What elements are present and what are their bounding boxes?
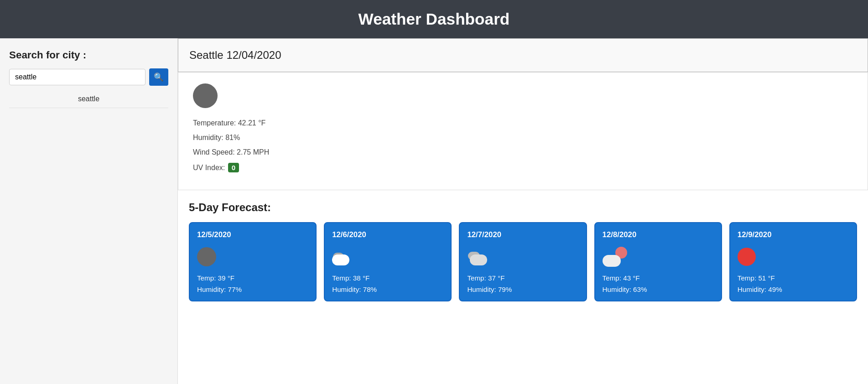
temperature-detail: Temperature: 42.21 °F — [193, 119, 853, 127]
forecast-card-temp: Temp: 37 °F — [467, 274, 578, 282]
forecast-card-temp: Temp: 43 °F — [603, 274, 714, 282]
forecast-card: 12/7/2020Temp: 37 °FHumidity: 79% — [459, 222, 587, 301]
forecast-card-humidity: Humidity: 49% — [738, 285, 849, 293]
search-result-item[interactable]: seattle — [9, 90, 168, 108]
page-header: Weather Dashboard — [0, 0, 868, 38]
search-row: 🔍 — [9, 68, 168, 86]
forecast-card-date: 12/6/2020 — [332, 230, 443, 239]
forecast-card-humidity: Humidity: 63% — [603, 285, 714, 293]
main-layout: Search for city : 🔍 seattle Seattle 12/0… — [0, 38, 868, 384]
forecast-card: 12/8/2020Temp: 43 °FHumidity: 63% — [594, 222, 722, 301]
sidebar: Search for city : 🔍 seattle — [0, 38, 178, 384]
uv-index-detail: UV Index: 0 — [193, 163, 853, 172]
content-area: Seattle 12/04/2020 Temperature: 42.21 °F… — [178, 38, 868, 384]
forecast-card-icon — [332, 246, 443, 268]
forecast-title: 5-Day Forecast: — [189, 201, 857, 214]
forecast-card-temp: Temp: 39 °F — [197, 274, 308, 282]
forecast-card-icon — [197, 246, 308, 268]
forecast-card-humidity: Humidity: 77% — [197, 285, 308, 293]
forecast-card-date: 12/8/2020 — [603, 230, 714, 239]
search-label: Search for city : — [9, 49, 168, 61]
forecast-card: 12/5/2020Temp: 39 °FHumidity: 77% — [189, 222, 317, 301]
wind-speed-detail: Wind Speed: 2.75 MPH — [193, 148, 853, 156]
search-input[interactable] — [9, 69, 146, 85]
forecast-card-icon — [603, 246, 714, 268]
humidity-detail: Humidity: 81% — [193, 134, 853, 142]
current-weather-section: Temperature: 42.21 °F Humidity: 81% Wind… — [178, 72, 868, 190]
page-title: Weather Dashboard — [359, 10, 510, 28]
uv-badge: 0 — [228, 163, 239, 172]
forecast-card-temp: Temp: 51 °F — [738, 274, 849, 282]
forecast-card-icon — [467, 246, 578, 268]
search-button[interactable]: 🔍 — [149, 68, 168, 86]
forecast-cards: 12/5/2020Temp: 39 °FHumidity: 77%12/6/20… — [189, 222, 857, 301]
forecast-card-temp: Temp: 38 °F — [332, 274, 443, 282]
forecast-card: 12/9/2020Temp: 51 °FHumidity: 49% — [729, 222, 857, 301]
city-date-header: Seattle 12/04/2020 — [178, 38, 868, 72]
forecast-card-date: 12/5/2020 — [197, 230, 308, 239]
forecast-card-icon — [738, 246, 849, 268]
current-weather-icon — [193, 83, 218, 108]
city-date-text: Seattle 12/04/2020 — [189, 49, 281, 61]
forecast-card-date: 12/7/2020 — [467, 230, 578, 239]
forecast-section: 5-Day Forecast: 12/5/2020Temp: 39 °FHumi… — [178, 190, 868, 316]
forecast-card-date: 12/9/2020 — [738, 230, 849, 239]
forecast-card: 12/6/2020Temp: 38 °FHumidity: 78% — [324, 222, 452, 301]
search-icon: 🔍 — [154, 73, 164, 82]
forecast-card-humidity: Humidity: 78% — [332, 285, 443, 293]
forecast-card-humidity: Humidity: 79% — [467, 285, 578, 293]
